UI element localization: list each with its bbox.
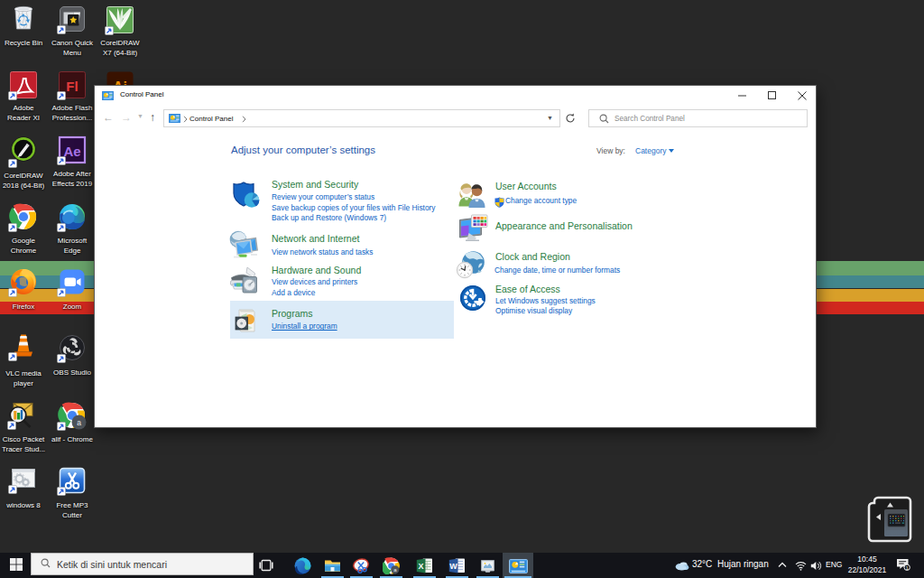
svg-text:a: a — [77, 418, 81, 427]
svg-text:W: W — [449, 562, 457, 571]
svg-text:Fl: Fl — [66, 79, 78, 94]
svg-text:Ae: Ae — [63, 144, 80, 159]
svg-text:X: X — [419, 562, 424, 571]
